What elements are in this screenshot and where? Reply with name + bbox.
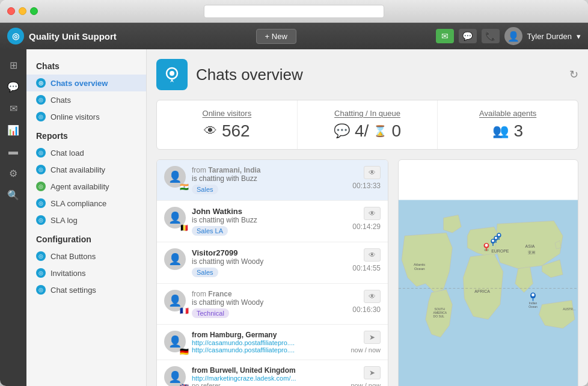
hourglass-icon: ⌛ xyxy=(373,124,387,138)
map-panel: EUROPE ASIA 亚洲 AFRICA Atlantic Ocean Ind… xyxy=(398,159,578,386)
chat-item-1[interactable]: 👤 🇧🇪 John Watkins is chatting with Buzz … xyxy=(157,201,388,242)
agents-number: 3 xyxy=(513,121,523,141)
sidebar-icon-mail[interactable]: ✉ xyxy=(4,99,23,118)
chat-sub-3: is chatting with Woody xyxy=(192,298,346,307)
sidebar-icon-chat[interactable]: 💬 xyxy=(4,77,23,96)
sidebar-icon-bar[interactable]: ▬ xyxy=(4,142,23,161)
stat-online-visitors: Online visitors 👁 562 xyxy=(157,100,298,149)
svg-text:ASIA: ASIA xyxy=(525,244,535,248)
sidebar-icon-search[interactable]: 🔍 xyxy=(4,185,23,204)
stats-bar: Online visitors 👁 562 Chatting / In queu… xyxy=(156,100,578,150)
chat-item-3[interactable]: 👤 🇫🇷 from France is chatting with Woody … xyxy=(157,284,388,325)
chat-tag-2: Sales xyxy=(192,268,218,277)
nav-item-chats-overview[interactable]: ◎ Chats overview xyxy=(26,75,146,91)
sidebar-icon-chart[interactable]: 📊 xyxy=(4,120,23,139)
chat-load-label: Chat load xyxy=(51,149,84,158)
visitor-avatar-0: 👤 🇩🇪 xyxy=(164,331,186,352)
svg-text:SOUTH: SOUTH xyxy=(435,308,446,311)
chat-time-2: 00:14:55 xyxy=(352,264,381,272)
sidebar-icon-grid[interactable]: ⊞ xyxy=(4,55,23,75)
new-button[interactable]: + New xyxy=(256,29,296,44)
user-name: Tyler Durden xyxy=(527,32,572,41)
svg-text:AUSTR...: AUSTR... xyxy=(563,308,575,311)
user-area[interactable]: 👤 Tyler Durden ▾ xyxy=(504,27,581,45)
svg-point-17 xyxy=(485,244,488,247)
view-chat-button-1[interactable]: 👁 xyxy=(364,207,381,220)
user-dropdown-icon[interactable]: ▾ xyxy=(577,32,581,41)
chat-settings-label: Chat settings xyxy=(51,286,96,295)
svg-text:Indian: Indian xyxy=(529,302,537,305)
sidebar-icon-gear[interactable]: ⚙ xyxy=(4,164,23,183)
svg-text:Ocean: Ocean xyxy=(528,305,537,308)
invite-button-0[interactable]: ➤ xyxy=(364,331,381,344)
visitor-item-0[interactable]: 👤 🇩🇪 from Hamburg, Germany http://casamu… xyxy=(157,325,388,360)
phone-icon-button[interactable]: 📞 xyxy=(482,29,500,43)
email-icon-button[interactable]: ✉ xyxy=(436,29,454,43)
visitor-ref-1: no referer xyxy=(192,382,345,386)
chat-action-0: 👁 00:13:33 xyxy=(352,166,381,190)
maximize-button[interactable] xyxy=(30,7,38,15)
nav-item-agent-availability[interactable]: ◎ Agent availability xyxy=(26,178,146,195)
chat-bubble-icon: 💬 xyxy=(334,123,350,139)
nav-item-chat-buttons[interactable]: ◎ Chat Buttons xyxy=(26,248,146,265)
chat-buttons-label: Chat Buttons xyxy=(51,252,96,261)
online-visitors-number: 562 xyxy=(222,121,250,141)
chatting-stat-label[interactable]: Chatting / In queue xyxy=(304,109,432,118)
url-input[interactable] xyxy=(204,5,384,18)
stat-chatting: Chatting / In queue 💬 4/ ⌛ 0 xyxy=(298,100,438,149)
chat-settings-icon: ◎ xyxy=(36,285,46,295)
nav-item-chat-availability[interactable]: ◎ Chat availability xyxy=(26,161,146,178)
minimize-button[interactable] xyxy=(19,7,26,15)
nav-item-chats[interactable]: ◎ Chats xyxy=(26,91,146,108)
invite-button-1[interactable]: ➤ xyxy=(364,366,381,379)
chat-time-1: 00:14:29 xyxy=(352,222,381,231)
chatting-number: 4/ xyxy=(355,121,369,141)
visitor-url1-1: http://marketingcraze.ladesk.com/... xyxy=(192,375,345,382)
map-container: EUROPE ASIA 亚洲 AFRICA Atlantic Ocean Ind… xyxy=(399,160,578,386)
chat-availability-label: Chat availability xyxy=(51,165,105,174)
chat-from-0: from Taramani, India xyxy=(192,166,346,174)
chat-info-1: John Watkins is chatting with Buzz Sales… xyxy=(192,207,346,236)
svg-text:EUROPE: EUROPE xyxy=(491,249,509,253)
close-button[interactable] xyxy=(7,7,15,15)
nav-item-chat-settings[interactable]: ◎ Chat settings xyxy=(26,281,146,298)
reports-section-title: Reports xyxy=(26,125,146,144)
refresh-button[interactable]: ↻ xyxy=(569,68,578,81)
view-chat-button-2[interactable]: 👁 xyxy=(364,248,381,262)
config-section-title: Configuration xyxy=(26,228,146,248)
chat-avatar-3: 👤 🇫🇷 xyxy=(164,290,186,311)
agents-stat-label: Available agents xyxy=(444,109,572,118)
view-chat-button-0[interactable]: 👁 xyxy=(364,166,381,179)
url-bar-container xyxy=(204,5,384,18)
online-visitors-stat-label[interactable]: Online visitors xyxy=(163,109,291,118)
chat-tag-3: Technical xyxy=(192,308,229,318)
title-bar xyxy=(0,0,588,23)
view-chat-button-3[interactable]: 👁 xyxy=(364,290,381,303)
app-bar: ◎ Quality Unit Support + New ✉ 💬 📞 👤 Tyl… xyxy=(0,23,588,49)
online-visitors-label: Online visitors xyxy=(51,112,100,121)
svg-point-18 xyxy=(492,240,494,242)
nav-item-sla-compliance[interactable]: ◎ SLA compliance xyxy=(26,195,146,212)
nav-item-invitations[interactable]: ◎ Invitations xyxy=(26,265,146,281)
visitor-from-0: from Hamburg, Germany xyxy=(192,331,345,339)
chat-action-3: 👁 00:16:30 xyxy=(352,290,381,314)
nav-item-chat-load[interactable]: ◎ Chat load xyxy=(26,144,146,161)
app-title: Quality Unit Support xyxy=(29,31,117,41)
app-window: ◎ Quality Unit Support + New ✉ 💬 📞 👤 Tyl… xyxy=(0,0,588,386)
page-header-icon xyxy=(156,59,188,90)
nav-item-online-visitors[interactable]: ◎ Online visitors xyxy=(26,108,146,125)
stat-agents: Available agents 👥 3 xyxy=(438,100,578,149)
online-visitors-stat-value: 👁 562 xyxy=(163,121,291,141)
chat-sub-2: is chatting with Woody xyxy=(192,257,346,266)
visitor-item-1[interactable]: 👤 🇬🇧 from Burwell, United Kingdom http:/… xyxy=(157,360,388,386)
agent-availability-icon: ◎ xyxy=(36,182,46,191)
nav-item-sla-log[interactable]: ◎ SLA log xyxy=(26,212,146,228)
sidebar-icons: ⊞ 💬 ✉ 📊 ▬ ⚙ 🔍 xyxy=(0,49,26,386)
invitations-icon: ◎ xyxy=(36,268,46,278)
chat-item-2[interactable]: 👤 Visitor27099 is chatting with Woody Sa… xyxy=(157,242,388,284)
svg-text:Ocean: Ocean xyxy=(414,267,425,271)
chat-icon-button[interactable]: 💬 xyxy=(459,29,477,43)
sla-compliance-icon: ◎ xyxy=(36,198,46,208)
chats-label: Chats xyxy=(51,96,71,105)
chat-item-0[interactable]: 👤 🇮🇳 from Taramani, India is chatting wi… xyxy=(157,160,388,201)
